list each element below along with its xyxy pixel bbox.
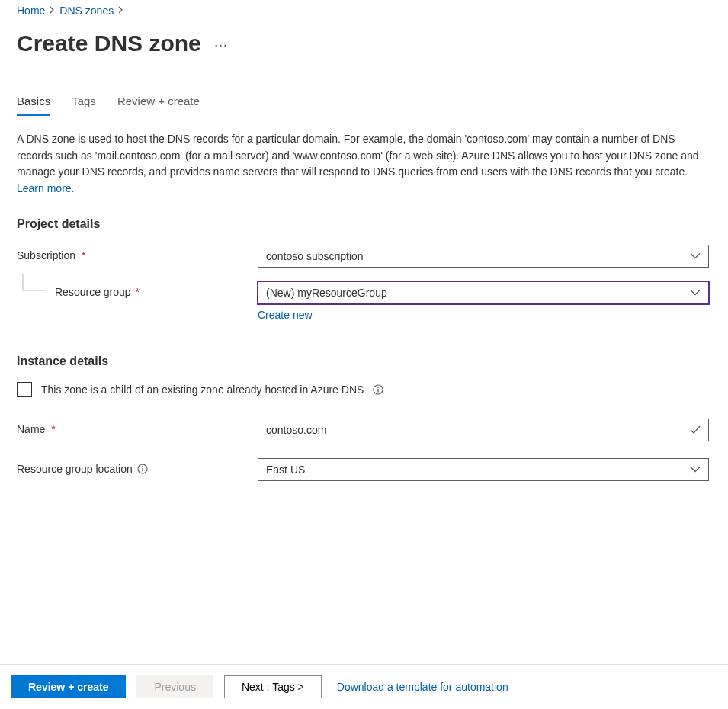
info-icon[interactable] [373,384,383,395]
resource-group-select[interactable]: (New) myResourceGroup [258,281,709,304]
rg-location-select[interactable]: East US [258,458,709,481]
section-project-details: Project details [17,217,711,231]
subscription-value: contoso subscription [266,250,364,262]
chevron-down-icon [690,289,701,296]
resource-group-label: Resource group [55,286,131,298]
footer: Review + create Previous Next : Tags > D… [0,664,728,709]
name-label: Name [17,423,45,435]
chevron-down-icon [690,252,701,259]
name-input[interactable]: contoso.com [258,419,709,441]
tab-tags[interactable]: Tags [72,91,96,116]
checkmark-icon [690,425,701,435]
name-value: contoso.com [266,424,326,436]
required-indicator: * [51,423,55,435]
create-new-link[interactable]: Create new [258,309,313,321]
child-zone-label: This zone is a child of an existing zone… [41,383,364,396]
required-indicator: * [136,286,140,298]
required-indicator: * [82,249,85,261]
learn-more-link[interactable]: Learn more. [17,182,74,194]
resource-group-value: (New) myResourceGroup [266,287,387,299]
child-zone-checkbox[interactable] [17,382,32,397]
svg-point-4 [142,466,143,467]
section-instance-details: Instance details [17,354,711,368]
chevron-right-icon [118,6,123,15]
chevron-down-icon [690,466,701,473]
tab-basics[interactable]: Basics [17,91,50,116]
tab-review-create[interactable]: Review + create [117,91,200,116]
svg-rect-5 [142,468,143,472]
breadcrumb-dns-zones[interactable]: DNS zones [59,5,114,17]
download-template-link[interactable]: Download a template for automation [337,681,508,693]
next-button[interactable]: Next : Tags > [224,675,322,698]
chevron-right-icon [50,6,55,15]
subscription-label: Subscription [17,249,75,261]
info-icon[interactable] [137,464,148,474]
svg-rect-2 [378,389,379,393]
breadcrumb: Home DNS zones [17,5,711,17]
description-text: A DNS zone is used to host the DNS recor… [17,131,710,197]
previous-button[interactable]: Previous [136,675,213,698]
breadcrumb-home[interactable]: Home [17,5,45,17]
page-title: Create DNS zone [17,30,201,56]
review-create-button[interactable]: Review + create [11,675,126,698]
rg-location-value: East US [266,464,305,476]
rg-location-label: Resource group location [17,463,133,475]
subscription-select[interactable]: contoso subscription [258,245,709,268]
more-actions-icon[interactable]: ··· [215,35,229,52]
tabs: Basics Tags Review + create [17,91,711,116]
svg-point-1 [377,387,379,388]
